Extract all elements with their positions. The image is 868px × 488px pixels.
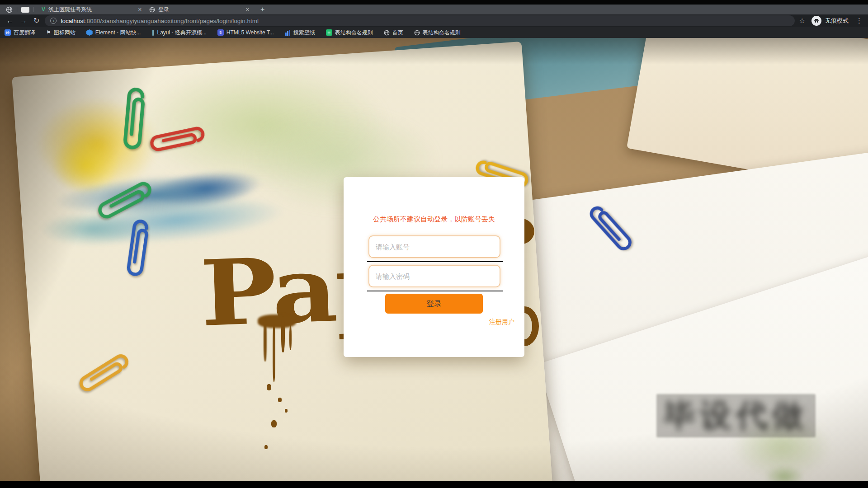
bookmark-star-icon[interactable]: ☆ [799,17,805,25]
browser-menu-icon[interactable]: ⋮ [856,17,863,25]
password-input[interactable] [368,265,500,287]
flag-icon: ⚑ [46,29,51,36]
browser-globe-icon[interactable] [6,6,13,13]
new-tab-button[interactable]: + [260,5,264,14]
bookmark-label: Layui - 经典开源模... [157,29,206,37]
back-icon[interactable]: ← [6,17,14,24]
incognito-label: 无痕模式 [825,17,849,25]
bookmark-label: 表结构命名规则 [335,29,373,37]
bookmark-layui[interactable]: ∥ Layui - 经典开源模... [151,29,206,37]
page-viewport: Paper 毕设代做 公共场所不建议自动登录，以防账号丢失 [0,38,868,481]
ink-speck [285,409,288,413]
bookmark-label: HTML5 Website T... [226,29,274,36]
register-link[interactable]: 注册用户 [489,318,514,326]
bookmark-wallpaper-search[interactable]: 搜索壁纸 [285,29,315,37]
tab-separator [33,7,34,12]
bookmarks-bar: 译 百度翻译 ⚑ 图标网站 Element - 网站快... ∥ Layui -… [0,27,868,38]
url-host: localhost [61,18,85,24]
pinned-tab[interactable] [21,7,29,13]
ink-drip [281,316,285,352]
login-button[interactable]: 登录 [385,294,483,314]
account-input[interactable] [368,235,500,258]
tab-close-icon[interactable]: ✕ [245,7,250,13]
watermark-text: 毕设代做 [664,394,808,437]
bookmark-label: 搜索壁纸 [293,29,315,37]
field-underline [367,261,503,262]
ink-drip [264,319,267,361]
html5-icon: 5 [217,29,224,36]
tab-login[interactable]: 登录 ✕ [146,5,253,14]
baidu-translate-icon: 译 [5,29,11,36]
bookmark-icon-site[interactable]: ⚑ 图标网站 [46,29,75,37]
window-bottom-edge [0,481,868,488]
browser-window: V 线上医院挂号系统 ✕ 登录 ✕ + ← → ↻ i localhost:80… [0,0,868,488]
bookmark-homepage[interactable]: 首页 [384,29,403,37]
window-top-edge [0,0,868,5]
blurred-watermark: 毕设代做 [656,394,816,437]
tab-close-icon[interactable]: ✕ [138,7,142,13]
bookmark-label: 百度翻译 [14,29,35,37]
bookmark-html5-template[interactable]: 5 HTML5 Website T... [217,29,274,36]
login-warning-text: 公共场所不建议自动登录，以防账号丢失 [344,215,524,224]
bookmark-table-naming-rules-2[interactable]: 表结构命名规则 [414,29,461,37]
bookmark-label: 表结构命名规则 [423,29,461,37]
element-ui-icon [86,29,93,36]
ink-speck [267,384,271,390]
globe-icon [384,30,390,36]
bookmark-element[interactable]: Element - 网站快... [86,29,141,37]
globe-icon [414,30,420,36]
tab-title: 线上医院挂号系统 [48,6,135,14]
incognito-badge: 无痕模式 [811,16,849,26]
incognito-icon [811,16,821,26]
bookmark-baidu-translate[interactable]: 译 百度翻译 [5,29,35,37]
layui-icon: ∥ [151,29,154,36]
ink-drip [289,325,292,350]
bookmark-label: 首页 [392,29,403,37]
table-icon: ≣ [326,29,332,36]
bookmark-table-naming-rules[interactable]: ≣ 表结构命名规则 [326,29,373,37]
ink-speck [278,398,282,402]
globe-favicon-icon [149,7,155,13]
ink-drip [273,323,275,382]
url-path: :8080/xianshangyiyuanguahaoxitong/front/… [85,18,259,24]
password-field-wrap [368,265,500,287]
login-card: 公共场所不建议自动登录，以防账号丢失 登录 注册用户 [344,177,524,357]
tab-separator [17,7,17,12]
ink-speck [264,445,268,449]
bars-icon [285,30,291,36]
bookmark-label: 图标网站 [54,29,75,37]
site-info-icon[interactable]: i [50,18,57,24]
address-bar[interactable]: i localhost:8080/xianshangyiyuanguahaoxi… [45,15,794,26]
ink-speck [271,420,277,427]
forward-icon[interactable]: → [20,17,27,24]
vue-favicon-icon: V [42,6,45,13]
browser-toolbar: ← → ↻ i localhost:8080/xianshangyiyuangu… [0,14,868,27]
account-field-wrap [368,235,500,258]
tab-strip: V 线上医院挂号系统 ✕ 登录 ✕ + [0,5,868,14]
field-underline [367,291,503,291]
tab-hospital-system[interactable]: V 线上医院挂号系统 ✕ [38,5,146,14]
bookmark-label: Element - 网站快... [95,29,141,37]
reload-icon[interactable]: ↻ [33,17,39,24]
tab-title: 登录 [158,6,243,14]
